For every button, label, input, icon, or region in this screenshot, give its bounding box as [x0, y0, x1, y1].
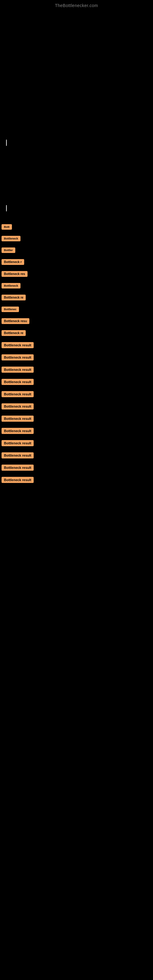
results-section: Bott Bottleneck Bottler Bottleneck r Bot…: [0, 222, 153, 487]
bottleneck-badge-10[interactable]: Bottleneck re: [2, 330, 26, 336]
bottleneck-row-21: Bottleneck result: [0, 462, 153, 474]
bottleneck-badge-16[interactable]: Bottleneck result: [2, 403, 33, 409]
bottleneck-row-6: Bottleneck: [0, 280, 153, 292]
bottleneck-badge-5[interactable]: Bottleneck res: [2, 271, 27, 277]
bottleneck-row-13: Bottleneck result: [0, 364, 153, 376]
bottleneck-row-8: Bottlenec: [0, 304, 153, 316]
bottleneck-badge-20[interactable]: Bottleneck result: [2, 452, 33, 458]
bottleneck-badge-7[interactable]: Bottleneck re: [2, 294, 26, 301]
bottleneck-row-5: Bottleneck res: [0, 269, 153, 280]
bottleneck-badge-8[interactable]: Bottlenec: [2, 307, 19, 312]
bottleneck-badge-17[interactable]: Bottleneck result: [2, 415, 33, 422]
bottleneck-row-3: Bottler: [0, 245, 153, 257]
bottleneck-row-22: Bottleneck result: [0, 474, 153, 487]
bottleneck-row-4: Bottleneck r: [0, 257, 153, 269]
bottleneck-row-15: Bottleneck result: [0, 389, 153, 401]
bottleneck-badge-9[interactable]: Bottleneck resu: [2, 318, 29, 324]
cursor-indicator-1: [6, 140, 7, 146]
dark-spacer-1: [0, 153, 153, 199]
bottleneck-badge-22[interactable]: Bottleneck result: [2, 477, 33, 483]
bottleneck-badge-21[interactable]: Bottleneck result: [2, 465, 33, 471]
bottleneck-badge-11[interactable]: Bottleneck result: [2, 342, 33, 348]
bottleneck-row-11: Bottleneck result: [0, 340, 153, 352]
cursor-indicator-2: [6, 205, 7, 211]
bottleneck-badge-15[interactable]: Bottleneck result: [2, 391, 33, 397]
bottleneck-badge-6[interactable]: Bottleneck: [2, 283, 21, 288]
bottleneck-badge-13[interactable]: Bottleneck result: [2, 367, 33, 373]
bottleneck-badge-4[interactable]: Bottleneck r: [2, 259, 24, 265]
bottleneck-badge-12[interactable]: Bottleneck result: [2, 354, 33, 360]
input-area-1[interactable]: [0, 137, 153, 150]
bottleneck-badge-19[interactable]: Bottleneck result: [2, 440, 33, 446]
bottleneck-row-12: Bottleneck result: [0, 352, 153, 364]
input-area-2[interactable]: [0, 202, 153, 216]
bottleneck-badge-3[interactable]: Bottler: [2, 247, 15, 253]
bottleneck-row-1: Bott: [0, 222, 153, 233]
bottleneck-row-7: Bottleneck re: [0, 292, 153, 304]
bottleneck-row-16: Bottleneck result: [0, 401, 153, 413]
bottleneck-row-9: Bottleneck resu: [0, 316, 153, 328]
chart-area: [0, 11, 153, 134]
bottleneck-badge-14[interactable]: Bottleneck result: [2, 379, 33, 385]
bottleneck-badge-18[interactable]: Bottleneck result: [2, 428, 33, 434]
bottleneck-row-18: Bottleneck result: [0, 425, 153, 438]
bottleneck-row-2: Bottleneck: [0, 233, 153, 245]
bottleneck-row-14: Bottleneck result: [0, 376, 153, 389]
bottleneck-row-17: Bottleneck result: [0, 413, 153, 425]
bottleneck-row-19: Bottleneck result: [0, 438, 153, 450]
site-title: TheBottlenecker.com: [0, 0, 153, 11]
bottleneck-row-10: Bottleneck re: [0, 328, 153, 340]
bottleneck-badge-1[interactable]: Bott: [2, 224, 12, 230]
bottleneck-row-20: Bottleneck result: [0, 450, 153, 462]
bottleneck-badge-2[interactable]: Bottleneck: [2, 236, 21, 241]
